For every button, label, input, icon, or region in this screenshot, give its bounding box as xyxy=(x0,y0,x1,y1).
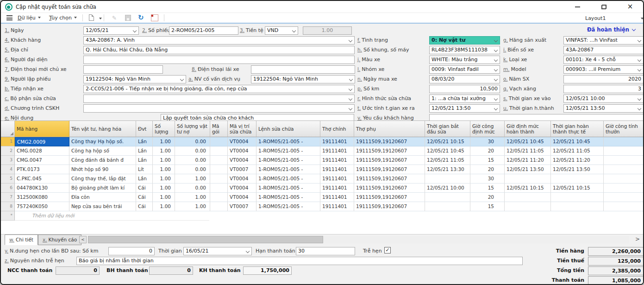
cell[interactable] xyxy=(604,193,644,202)
cell[interactable]: Cái xyxy=(136,193,153,202)
scroll-right-icon[interactable]: > xyxy=(635,236,640,242)
cell[interactable]: VT0004 xyxy=(228,184,256,193)
bh-payment-field[interactable]: 0 xyxy=(149,266,193,275)
cell[interactable]: 1.00 xyxy=(175,202,210,211)
cell[interactable]: 1.00 xyxy=(153,146,175,156)
column-header[interactable]: Thợ phụ xyxy=(354,120,425,137)
chevron-down-icon[interactable] xyxy=(494,107,498,110)
cell[interactable]: Lần xyxy=(136,156,153,165)
chevron-down-icon[interactable] xyxy=(638,97,641,101)
cell[interactable]: Nhớt hộp số 90 xyxy=(69,165,136,174)
cell[interactable] xyxy=(604,202,644,211)
cell[interactable]: 19111401 xyxy=(320,193,354,202)
caret-down-icon[interactable] xyxy=(99,18,102,19)
cell[interactable]: Nẹp cửa sau bên trái xyxy=(69,202,136,211)
ncc-payment-field[interactable]: 0 xyxy=(56,266,100,275)
cell[interactable]: 1.00 xyxy=(175,193,210,202)
bien-so-xe-field[interactable]: 43A-20867 xyxy=(563,46,644,54)
cell[interactable]: 19111509,19120607 xyxy=(354,137,425,146)
cell[interactable]: 12/05/21 10:45 xyxy=(425,146,470,156)
cell[interactable]: 1-ROM05/21-005 - xyxy=(256,193,320,202)
late-checkbox[interactable]: ✓ xyxy=(384,247,391,253)
cell[interactable]: VT0004 xyxy=(228,174,256,184)
cell[interactable] xyxy=(210,193,228,202)
bo-phan-sua-chua-field[interactable] xyxy=(83,95,355,103)
cell[interactable]: 12/05/21 11:20 xyxy=(505,156,551,165)
row-header[interactable]: 1 xyxy=(1,137,15,146)
cell[interactable]: 12/05/21 10:15 xyxy=(425,137,470,146)
chevron-down-icon[interactable] xyxy=(133,29,137,32)
cell[interactable]: VT0007 xyxy=(228,165,256,174)
vach-xang-field[interactable]: 3 xyxy=(563,85,644,93)
cell[interactable]: 20 xyxy=(470,193,505,202)
cell[interactable]: 12/05/21 11:05 xyxy=(551,146,604,156)
cell[interactable]: 1-ROM05/21-005 - xyxy=(256,137,320,146)
cell[interactable] xyxy=(505,193,551,202)
cell[interactable]: 12/05/21 10:00 xyxy=(425,184,470,193)
cell[interactable]: 19111401 xyxy=(320,184,354,193)
next-service-time-field[interactable]: 16/05/21 xyxy=(183,247,252,255)
cell[interactable] xyxy=(505,202,551,211)
tab-chi-tiet[interactable]: w.Chi tiết xyxy=(5,234,38,245)
cell[interactable]: CMG.0047 xyxy=(15,156,69,165)
so-km-field[interactable]: 10,500 xyxy=(429,85,500,93)
new-row-hint[interactable]: Thêm dữ liệu mới xyxy=(15,211,209,221)
cell[interactable] xyxy=(604,137,644,146)
cell[interactable]: CMG2.0009 xyxy=(15,137,69,146)
cell[interactable]: 12/05/21 13:50 xyxy=(551,165,604,174)
cell[interactable]: 12/05/21 11:05 xyxy=(505,146,551,156)
cell[interactable]: 12/05/21 10:15 xyxy=(505,184,551,193)
kh-payment-field[interactable]: 1,750,000 xyxy=(243,266,292,275)
cell[interactable]: 19111401 xyxy=(320,165,354,174)
horizontal-scrollbar-thumb[interactable] xyxy=(88,236,323,243)
column-header[interactable]: Thời gian bắt đầu sửa xyxy=(425,120,470,137)
cell[interactable]: 19111509,19120607 xyxy=(354,174,425,184)
column-header[interactable]: Lệnh sửa chữa xyxy=(256,120,320,137)
chevron-down-icon[interactable] xyxy=(494,97,498,101)
cell[interactable] xyxy=(210,146,228,156)
row-header[interactable]: 8 xyxy=(1,202,15,211)
cell[interactable]: 15 xyxy=(470,184,505,193)
cell[interactable] xyxy=(210,165,228,174)
cell[interactable]: Cái xyxy=(136,184,153,193)
cell[interactable] xyxy=(425,174,470,184)
chevron-down-icon[interactable] xyxy=(494,58,498,62)
cell[interactable]: 12/05/21 10:45 xyxy=(505,137,551,146)
cell[interactable]: 30 xyxy=(470,137,505,146)
cell[interactable] xyxy=(604,165,644,174)
row-header[interactable]: 3 xyxy=(1,156,15,165)
chevron-down-icon[interactable] xyxy=(349,38,352,42)
cell[interactable]: 20 xyxy=(470,165,505,174)
nam-sx-field[interactable]: 2020 xyxy=(563,75,644,83)
status-dropdown[interactable]: Đã hoàn thiện xyxy=(561,26,635,33)
close-button[interactable]: × xyxy=(622,2,638,12)
so-khung-field[interactable]: RL4B23F38M5111038 xyxy=(429,46,500,54)
pdf-export-icon[interactable] xyxy=(151,14,158,21)
chevron-down-icon[interactable] xyxy=(638,58,641,62)
cell[interactable]: 0.00 xyxy=(175,146,210,156)
hinh-thuc-sua-chua-field[interactable]: 1: ...a chữa tại xưởng xyxy=(429,95,500,103)
column-header[interactable]: Giờ công định mức xyxy=(470,120,505,137)
cell[interactable] xyxy=(604,156,644,165)
tinh-trang-field[interactable]: 0: Nợ vật tư xyxy=(429,36,500,44)
cell[interactable]: 757240K050 xyxy=(15,202,69,211)
cell[interactable] xyxy=(604,184,644,193)
cell[interactable]: 0.00 xyxy=(175,184,210,193)
cell[interactable]: 1.00 xyxy=(153,156,175,165)
cell[interactable]: 19111401 xyxy=(320,146,354,156)
cell[interactable] xyxy=(551,174,604,184)
row-header[interactable]: 5 xyxy=(1,174,15,184)
cell[interactable]: 1.00 xyxy=(153,165,175,174)
maximize-button[interactable] xyxy=(596,2,612,12)
cell[interactable]: PTK.0173 xyxy=(15,165,69,174)
cell[interactable] xyxy=(210,174,228,184)
thoi-gian-xe-vao-field[interactable]: 12/05/21 10:00 xyxy=(563,95,644,103)
cell[interactable]: 044780K130 xyxy=(15,184,69,193)
mau-xe-field[interactable]: WHITE: Màu trắng xyxy=(429,56,500,64)
chevron-down-icon[interactable] xyxy=(494,68,498,71)
cell[interactable]: 19111509,19120607 xyxy=(354,184,425,193)
cell[interactable] xyxy=(210,184,228,193)
cell[interactable]: VT0004 xyxy=(228,146,256,156)
cell[interactable] xyxy=(604,174,644,184)
cell[interactable]: 12/05/21 13:30 xyxy=(425,165,470,174)
